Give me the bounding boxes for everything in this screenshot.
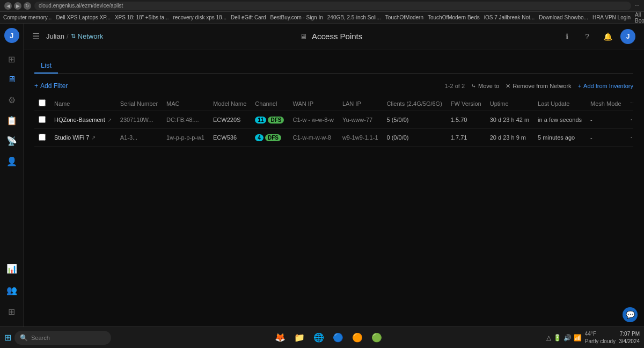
col-header-more[interactable]: ⋯ bbox=[626, 96, 633, 111]
sidebar-item-monitor[interactable]: 🖥 bbox=[2, 70, 21, 89]
device-name-text-1[interactable]: Studio WiFi 7 bbox=[54, 134, 89, 141]
info-icon: ℹ bbox=[566, 32, 568, 41]
row-more-button-0[interactable]: ⋯ bbox=[630, 115, 633, 124]
sidebar: J ⊞ 🖥 ⚙ 📋 📡 👤 📊 👥 ⊞ bbox=[0, 24, 24, 327]
bookmark-8[interactable]: TouchOfModern Beds bbox=[428, 15, 480, 20]
col-header-channel[interactable]: Channel bbox=[251, 96, 288, 111]
windows-logo[interactable]: ⊞ bbox=[4, 332, 11, 343]
move-icon: ⤷ bbox=[471, 83, 476, 90]
browser-action-icons: ⋯ bbox=[634, 3, 640, 9]
remove-from-network-button[interactable]: ✕ Remove from Network bbox=[506, 83, 571, 90]
bookmark-7[interactable]: TouchOfModern bbox=[385, 15, 423, 20]
sidebar-item-team[interactable]: 👥 bbox=[2, 280, 21, 300]
bookmark-1[interactable]: Dell XPS Laptops XP... bbox=[56, 15, 111, 20]
forward-button[interactable]: ▶ bbox=[14, 2, 21, 10]
col-header-mesh-mode[interactable]: Mesh Mode bbox=[586, 96, 625, 111]
bookmark-0[interactable]: Computer memory... bbox=[3, 15, 52, 20]
url-bar[interactable]: cloud.engenius.ai/ezm/device/aplist bbox=[34, 2, 631, 10]
breadcrumb-network-icon: ⇅ bbox=[71, 33, 76, 40]
sidebar-item-reports[interactable]: 📋 bbox=[2, 111, 21, 130]
device-name-text-0[interactable]: HQZone-Basement bbox=[54, 117, 105, 123]
bookmark-9[interactable]: iOS 7 Jailbreak Not... bbox=[484, 15, 535, 20]
bookmark-3[interactable]: recovery disk xps 18... bbox=[173, 15, 226, 20]
notification-button[interactable]: 🔔 bbox=[600, 29, 615, 44]
bookmark-11[interactable]: HRA VPN Login bbox=[592, 15, 631, 20]
taskbar-left: ⊞ 🔍 Search bbox=[4, 331, 111, 345]
bookmark-6[interactable]: 240GB, 2.5-inch Soli... bbox=[327, 15, 381, 20]
toolbar-left: + Add Filter bbox=[34, 82, 68, 90]
user-avatar[interactable]: J bbox=[620, 29, 635, 44]
taskbar-search-bar[interactable]: 🔍 Search bbox=[14, 331, 111, 345]
bookmark-2[interactable]: XPS 18: 18" +5lbs ta... bbox=[115, 15, 169, 20]
breadcrumb-network-label[interactable]: Network bbox=[78, 32, 104, 40]
sidebar-item-devices[interactable]: 📡 bbox=[2, 131, 21, 150]
refresh-button[interactable]: ↻ bbox=[24, 2, 31, 10]
breadcrumb-username: Julian bbox=[46, 32, 64, 40]
select-all-checkbox[interactable] bbox=[39, 99, 46, 106]
add-filter-button[interactable]: + Add Filter bbox=[34, 82, 68, 90]
row-mac-1: 1w-p-p-p-p-w1 bbox=[162, 129, 209, 147]
move-to-button[interactable]: ⤷ Move to bbox=[471, 83, 499, 90]
row-last-update-0: in a few seconds bbox=[533, 111, 586, 129]
col-header-model[interactable]: Model Name bbox=[209, 96, 251, 111]
sidebar-user-avatar[interactable]: J bbox=[4, 28, 19, 43]
sidebar-item-analytics[interactable]: 📊 bbox=[2, 259, 21, 278]
hamburger-icon[interactable]: ☰ bbox=[32, 31, 40, 41]
bookmark-10[interactable]: Download Showbo... bbox=[539, 15, 588, 20]
tray-icon-3: 🔊 bbox=[564, 334, 572, 342]
taskbar-app-firefox[interactable]: 🦊 bbox=[272, 329, 289, 346]
header-center: 🖥 Access Points bbox=[103, 32, 559, 41]
row-wan-ip-0: C1-w - w-w-8-w bbox=[288, 111, 338, 129]
row-checkbox-0[interactable] bbox=[39, 116, 46, 123]
sidebar-item-dashboard[interactable]: ⊞ bbox=[2, 49, 21, 69]
taskbar-center: 🦊 📁 🌐 🔵 🟠 🟢 bbox=[111, 329, 546, 346]
device-link-icon-0[interactable]: ↗ bbox=[107, 117, 112, 123]
row-fw-version-1: 1.7.71 bbox=[447, 129, 486, 147]
col-header-lan-ip[interactable]: LAN IP bbox=[338, 96, 383, 111]
taskbar-clock[interactable]: 7:07 PM 3/4/2024 bbox=[619, 330, 640, 345]
sidebar-item-settings[interactable]: ⚙ bbox=[2, 90, 21, 110]
row-uptime-0: 30 d 23 h 42 m bbox=[486, 111, 533, 129]
sidebar-item-grid[interactable]: ⊞ bbox=[2, 302, 21, 321]
taskbar-app-files[interactable]: 📁 bbox=[291, 329, 308, 346]
page-title: Access Points bbox=[312, 32, 362, 41]
sidebar-item-users[interactable]: 👤 bbox=[2, 151, 21, 171]
info-button[interactable]: ℹ bbox=[559, 29, 574, 44]
col-header-last-update[interactable]: Last Update bbox=[533, 96, 586, 111]
row-checkbox-1[interactable] bbox=[39, 134, 46, 141]
browser-ext-icons: ⋯ bbox=[634, 3, 640, 9]
taskbar-app-edge[interactable]: 🌐 bbox=[310, 329, 327, 346]
device-link-icon-1[interactable]: ↗ bbox=[91, 135, 96, 141]
weather-desc: Partly cloudy bbox=[585, 338, 616, 345]
top-header: ☰ Julian / ⇅ Network 🖥 Access Points ℹ ? bbox=[24, 24, 644, 49]
add-from-inventory-button[interactable]: + Add from Inventory bbox=[578, 83, 633, 89]
col-header-serial[interactable]: Serial Number bbox=[116, 96, 162, 111]
row-model-1: ECW536 bbox=[209, 129, 251, 147]
taskbar-app-3[interactable]: 🟢 bbox=[368, 329, 385, 346]
taskbar-date-value: 3/4/2024 bbox=[619, 338, 640, 345]
main-content: List + Add Filter 1-2 of 2 ⤷ Move to bbox=[24, 49, 644, 327]
col-header-fw-version[interactable]: FW Version bbox=[447, 96, 486, 111]
back-button[interactable]: ◀ bbox=[4, 2, 12, 10]
row-more-1[interactable]: ⋯ bbox=[626, 129, 633, 147]
header-checkbox bbox=[34, 96, 50, 111]
row-more-0[interactable]: ⋯ bbox=[626, 111, 633, 129]
col-header-wan-ip[interactable]: WAN IP bbox=[288, 96, 338, 111]
bookmark-4[interactable]: Dell eGift Card bbox=[231, 15, 266, 20]
weather-temp: 44°F bbox=[585, 330, 616, 338]
bookmark-5[interactable]: BestBuy.com - Sign In bbox=[270, 15, 323, 20]
chat-bubble-button[interactable]: 💬 bbox=[623, 307, 638, 322]
toolbar: + Add Filter 1-2 of 2 ⤷ Move to ✕ Remove… bbox=[34, 82, 633, 90]
all-bookmarks[interactable]: All Bookmarks bbox=[635, 12, 644, 24]
taskbar-weather: 44°F Partly cloudy bbox=[585, 330, 616, 345]
row-more-button-1[interactable]: ⋯ bbox=[630, 133, 633, 142]
col-header-mac[interactable]: MAC bbox=[162, 96, 209, 111]
row-model-0: ECW220S bbox=[209, 111, 251, 129]
col-header-name[interactable]: Name bbox=[50, 96, 116, 111]
tab-list[interactable]: List bbox=[34, 58, 58, 74]
taskbar-app-1[interactable]: 🔵 bbox=[330, 329, 347, 346]
help-button[interactable]: ? bbox=[580, 29, 595, 44]
col-header-uptime[interactable]: Uptime bbox=[486, 96, 533, 111]
taskbar-app-2[interactable]: 🟠 bbox=[349, 329, 366, 346]
col-header-clients[interactable]: Clients (2.4G/5G/6G) bbox=[383, 96, 447, 111]
